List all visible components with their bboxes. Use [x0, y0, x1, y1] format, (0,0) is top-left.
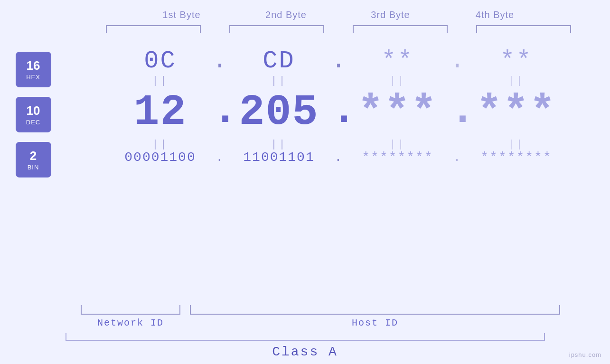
eq-3: || [346, 75, 450, 87]
main-container: 1st Byte 2nd Byte 3rd Byte 4th Byte 16 H… [0, 0, 610, 364]
hex-badge-number: 16 [27, 58, 40, 73]
dec-badge: 10 DEC [16, 97, 51, 132]
hex-badge-name: HEX [26, 74, 40, 81]
dec-data-row: 12 . 205 . *** . *** [71, 86, 605, 139]
dec-dot-1: . [213, 86, 227, 139]
bracket-byte-2 [229, 25, 324, 33]
header-row: 1st Byte 2nd Byte 3rd Byte 4th Byte [0, 0, 610, 20]
host-id-label: Host ID [190, 317, 560, 328]
watermark: ipshu.com [569, 351, 601, 358]
equals-row-1: || || || || [71, 75, 605, 86]
class-outer-bracket [66, 333, 545, 341]
byte-label-4: 4th Byte [443, 9, 547, 20]
eq2-2: || [227, 139, 331, 150]
bracket-byte-1 [106, 25, 201, 33]
dec-badge-number: 10 [27, 103, 40, 118]
bin-cell-4: ******** [464, 150, 569, 165]
hex-dot-3: . [450, 47, 464, 75]
eq2-3: || [346, 139, 450, 150]
dec-badge-name: DEC [26, 119, 40, 126]
hex-badge: 16 HEX [16, 52, 51, 87]
hex-dot-1: . [213, 47, 227, 75]
hex-cell-3: ** [346, 47, 450, 75]
bin-badge: 2 BIN [16, 142, 51, 177]
network-id-bracket [81, 305, 180, 315]
bin-cell-2: 11001101 [227, 150, 331, 165]
eq2-4: || [464, 139, 569, 150]
network-id-label: Network ID [81, 317, 180, 328]
hex-cell-2: CD [227, 47, 331, 75]
bracket-byte-4 [476, 25, 571, 33]
bin-dot-1: . [213, 150, 227, 165]
bin-cell-3: ******** [346, 150, 450, 165]
bin-badge-number: 2 [30, 149, 37, 163]
bin-cell-1: 00001100 [108, 150, 213, 165]
eq2-1: || [108, 139, 213, 150]
hex-cell-1: 0C [108, 47, 213, 75]
dec-cell-1: 12 [108, 88, 213, 137]
equals-row-2: || || || || [71, 139, 605, 150]
hex-dot-2: . [331, 47, 346, 75]
hex-cell-4: ** [464, 47, 569, 75]
bottom-section: Network ID Host ID Class A [0, 305, 610, 364]
bracket-byte-3 [353, 25, 448, 33]
dec-cell-4: *** [464, 88, 569, 137]
bin-dot-2: . [331, 150, 346, 165]
dec-cell-2: 205 [227, 88, 331, 137]
byte-label-2: 2nd Byte [234, 9, 338, 20]
bin-data-row: 00001100 . 11001101 . ******** . *******… [71, 150, 605, 165]
dec-cell-3: *** [346, 88, 450, 137]
bin-badge-name: BIN [28, 164, 39, 171]
hex-data-row: 0C . CD . ** . ** [71, 47, 605, 75]
eq-1: || [108, 75, 213, 87]
top-bracket-row [0, 25, 610, 33]
byte-label-3: 3rd Byte [338, 9, 443, 20]
base-badges-column: 16 HEX 10 DEC 2 BIN [0, 47, 66, 182]
dec-dot-2: . [331, 86, 346, 139]
host-id-bracket [190, 305, 560, 315]
class-label: Class A [272, 345, 338, 359]
eq-4: || [464, 75, 569, 87]
byte-label-1: 1st Byte [130, 9, 234, 20]
dec-dot-3: . [450, 86, 464, 139]
bottom-labels-row: Network ID Host ID [81, 317, 596, 328]
eq-2: || [227, 75, 331, 87]
bin-dot-3: . [450, 150, 464, 165]
